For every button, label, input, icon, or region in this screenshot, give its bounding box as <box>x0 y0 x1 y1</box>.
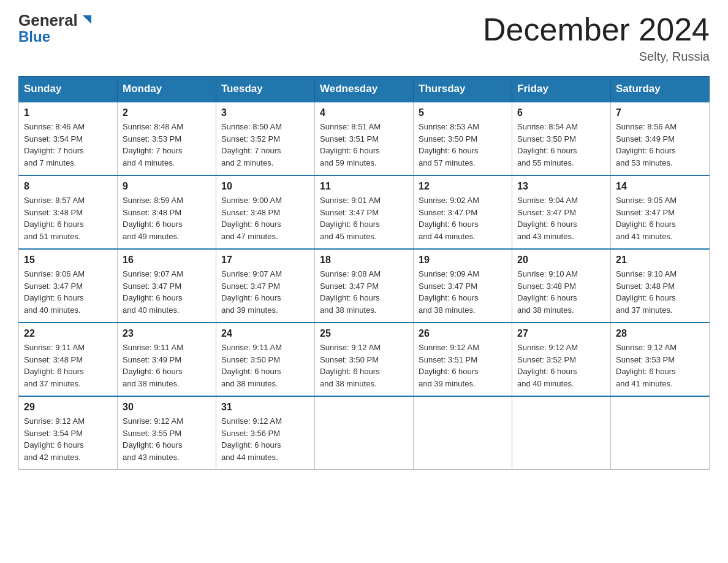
table-row: 23 Sunrise: 9:11 AMSunset: 3:49 PMDaylig… <box>118 323 216 396</box>
table-row: 8 Sunrise: 8:57 AMSunset: 3:48 PMDayligh… <box>19 175 118 249</box>
calendar-week-row: 22 Sunrise: 9:11 AMSunset: 3:48 PMDaylig… <box>19 323 710 396</box>
day-info: Sunrise: 9:12 AMSunset: 3:53 PMDaylight:… <box>616 342 704 389</box>
day-info: Sunrise: 8:59 AMSunset: 3:48 PMDaylight:… <box>123 194 211 242</box>
day-number: 9 <box>123 181 211 192</box>
day-info: Sunrise: 8:46 AMSunset: 3:54 PMDaylight:… <box>24 121 112 169</box>
day-number: 17 <box>221 255 309 266</box>
table-row: 13 Sunrise: 9:04 AMSunset: 3:47 PMDaylig… <box>512 175 611 249</box>
table-row: 9 Sunrise: 8:59 AMSunset: 3:48 PMDayligh… <box>118 175 216 249</box>
day-number: 10 <box>221 181 309 192</box>
day-info: Sunrise: 9:12 AMSunset: 3:54 PMDaylight:… <box>24 415 112 463</box>
col-wednesday: Wednesday <box>315 77 414 102</box>
day-info: Sunrise: 9:08 AMSunset: 3:47 PMDaylight:… <box>320 268 408 316</box>
day-info: Sunrise: 9:04 AMSunset: 3:47 PMDaylight:… <box>517 194 605 242</box>
table-row: 20 Sunrise: 9:10 AMSunset: 3:48 PMDaylig… <box>512 249 611 323</box>
calendar-table: Sunday Monday Tuesday Wednesday Thursday… <box>18 76 710 470</box>
col-saturday: Saturday <box>611 77 710 102</box>
day-info: Sunrise: 9:01 AMSunset: 3:47 PMDaylight:… <box>320 194 408 242</box>
table-row <box>414 396 512 470</box>
day-info: Sunrise: 9:11 AMSunset: 3:49 PMDaylight:… <box>123 342 211 389</box>
day-number: 22 <box>24 328 112 339</box>
day-number: 14 <box>616 181 704 192</box>
table-row: 16 Sunrise: 9:07 AMSunset: 3:47 PMDaylig… <box>118 249 216 323</box>
month-title: December 2024 <box>483 12 710 47</box>
day-number: 5 <box>419 107 507 118</box>
day-number: 15 <box>24 255 112 266</box>
table-row: 24 Sunrise: 9:11 AMSunset: 3:50 PMDaylig… <box>216 323 315 396</box>
day-number: 24 <box>221 328 309 339</box>
day-number: 3 <box>221 107 309 118</box>
day-number: 23 <box>123 328 211 339</box>
svg-marker-0 <box>83 15 91 24</box>
title-area: December 2024 Selty, Russia <box>483 12 710 64</box>
table-row: 25 Sunrise: 9:12 AMSunset: 3:50 PMDaylig… <box>315 323 414 396</box>
table-row: 27 Sunrise: 9:12 AMSunset: 3:52 PMDaylig… <box>512 323 611 396</box>
day-info: Sunrise: 9:02 AMSunset: 3:47 PMDaylight:… <box>419 194 507 242</box>
table-row: 19 Sunrise: 9:09 AMSunset: 3:47 PMDaylig… <box>414 249 512 323</box>
table-row: 11 Sunrise: 9:01 AMSunset: 3:47 PMDaylig… <box>315 175 414 249</box>
day-info: Sunrise: 9:10 AMSunset: 3:48 PMDaylight:… <box>517 268 605 316</box>
day-info: Sunrise: 8:57 AMSunset: 3:48 PMDaylight:… <box>24 194 112 242</box>
calendar-week-row: 15 Sunrise: 9:06 AMSunset: 3:47 PMDaylig… <box>19 249 710 323</box>
table-row: 26 Sunrise: 9:12 AMSunset: 3:51 PMDaylig… <box>414 323 512 396</box>
day-info: Sunrise: 8:56 AMSunset: 3:49 PMDaylight:… <box>616 121 704 169</box>
day-number: 25 <box>320 328 408 339</box>
table-row <box>512 396 611 470</box>
calendar-week-row: 1 Sunrise: 8:46 AMSunset: 3:54 PMDayligh… <box>19 102 710 175</box>
day-number: 30 <box>123 402 211 413</box>
day-number: 20 <box>517 255 605 266</box>
day-number: 13 <box>517 181 605 192</box>
table-row: 30 Sunrise: 9:12 AMSunset: 3:55 PMDaylig… <box>118 396 216 470</box>
table-row: 4 Sunrise: 8:51 AMSunset: 3:51 PMDayligh… <box>315 102 414 175</box>
day-number: 16 <box>123 255 211 266</box>
day-info: Sunrise: 8:50 AMSunset: 3:52 PMDaylight:… <box>221 121 309 169</box>
day-info: Sunrise: 8:53 AMSunset: 3:50 PMDaylight:… <box>419 121 507 169</box>
table-row: 18 Sunrise: 9:08 AMSunset: 3:47 PMDaylig… <box>315 249 414 323</box>
table-row: 10 Sunrise: 9:00 AMSunset: 3:48 PMDaylig… <box>216 175 315 249</box>
table-row: 31 Sunrise: 9:12 AMSunset: 3:56 PMDaylig… <box>216 396 315 470</box>
day-info: Sunrise: 8:51 AMSunset: 3:51 PMDaylight:… <box>320 121 408 169</box>
table-row: 3 Sunrise: 8:50 AMSunset: 3:52 PMDayligh… <box>216 102 315 175</box>
day-number: 8 <box>24 181 112 192</box>
day-number: 19 <box>419 255 507 266</box>
col-sunday: Sunday <box>19 77 118 102</box>
col-tuesday: Tuesday <box>216 77 315 102</box>
day-number: 29 <box>24 402 112 413</box>
table-row <box>315 396 414 470</box>
day-number: 4 <box>320 107 408 118</box>
table-row: 14 Sunrise: 9:05 AMSunset: 3:47 PMDaylig… <box>611 175 710 249</box>
day-number: 27 <box>517 328 605 339</box>
logo: General Blue <box>18 12 93 45</box>
day-info: Sunrise: 9:07 AMSunset: 3:47 PMDaylight:… <box>221 268 309 316</box>
calendar-header-row: Sunday Monday Tuesday Wednesday Thursday… <box>19 77 710 102</box>
col-monday: Monday <box>118 77 216 102</box>
table-row: 6 Sunrise: 8:54 AMSunset: 3:50 PMDayligh… <box>512 102 611 175</box>
day-number: 2 <box>123 107 211 118</box>
table-row <box>611 396 710 470</box>
day-info: Sunrise: 9:12 AMSunset: 3:51 PMDaylight:… <box>419 342 507 389</box>
page-header: General Blue December 2024 Selty, Russia <box>18 12 710 64</box>
day-number: 18 <box>320 255 408 266</box>
day-info: Sunrise: 9:12 AMSunset: 3:56 PMDaylight:… <box>221 415 309 463</box>
day-info: Sunrise: 9:12 AMSunset: 3:55 PMDaylight:… <box>123 415 211 463</box>
table-row: 2 Sunrise: 8:48 AMSunset: 3:53 PMDayligh… <box>118 102 216 175</box>
day-number: 11 <box>320 181 408 192</box>
day-number: 28 <box>616 328 704 339</box>
col-friday: Friday <box>512 77 611 102</box>
table-row: 21 Sunrise: 9:10 AMSunset: 3:48 PMDaylig… <box>611 249 710 323</box>
day-number: 7 <box>616 107 704 118</box>
day-info: Sunrise: 9:09 AMSunset: 3:47 PMDaylight:… <box>419 268 507 316</box>
day-info: Sunrise: 8:54 AMSunset: 3:50 PMDaylight:… <box>517 121 605 169</box>
day-number: 31 <box>221 402 309 413</box>
day-info: Sunrise: 9:11 AMSunset: 3:48 PMDaylight:… <box>24 342 112 389</box>
logo-blue: Blue <box>18 28 50 45</box>
day-number: 21 <box>616 255 704 266</box>
table-row: 29 Sunrise: 9:12 AMSunset: 3:54 PMDaylig… <box>19 396 118 470</box>
table-row: 28 Sunrise: 9:12 AMSunset: 3:53 PMDaylig… <box>611 323 710 396</box>
day-info: Sunrise: 9:11 AMSunset: 3:50 PMDaylight:… <box>221 342 309 389</box>
table-row: 5 Sunrise: 8:53 AMSunset: 3:50 PMDayligh… <box>414 102 512 175</box>
day-info: Sunrise: 8:48 AMSunset: 3:53 PMDaylight:… <box>123 121 211 169</box>
table-row: 12 Sunrise: 9:02 AMSunset: 3:47 PMDaylig… <box>414 175 512 249</box>
day-number: 12 <box>419 181 507 192</box>
calendar-week-row: 29 Sunrise: 9:12 AMSunset: 3:54 PMDaylig… <box>19 396 710 470</box>
